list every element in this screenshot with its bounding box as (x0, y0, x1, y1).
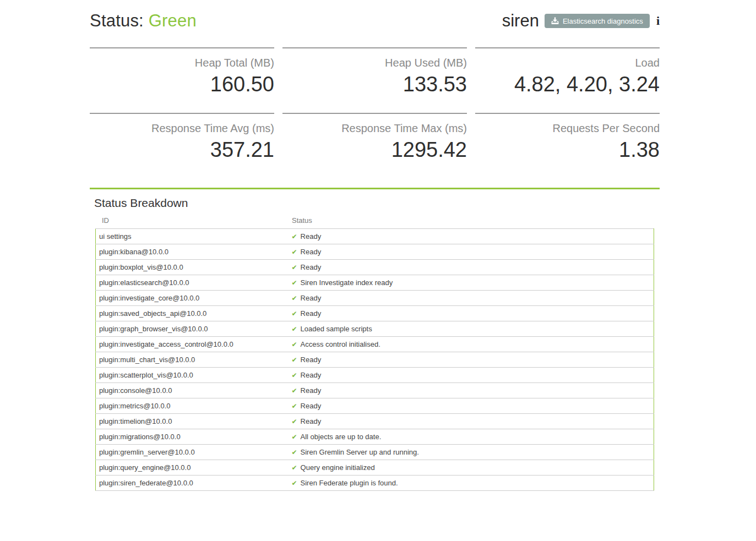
row-status-cell: ✔Access control initialised. (289, 337, 654, 352)
row-id: ui settings (96, 229, 289, 244)
check-icon: ✔ (292, 387, 297, 395)
row-id: plugin:siren_federate@10.0.0 (96, 476, 289, 491)
check-icon: ✔ (292, 418, 297, 425)
check-icon: ✔ (292, 264, 297, 271)
row-status-cell: ✔Ready (289, 414, 654, 429)
row-id: plugin:investigate_core@10.0.0 (96, 291, 289, 306)
table-row: plugin:query_engine@10.0.0✔Query engine … (96, 460, 654, 476)
status-table-wrap: ID Status ui settings✔Readyplugin:kibana… (95, 216, 654, 491)
row-status-text: Ready (301, 248, 322, 256)
table-column-headers: ID Status (95, 216, 654, 228)
row-status-text: Loaded sample scripts (301, 325, 372, 333)
row-status-cell: ✔Ready (289, 398, 654, 414)
row-status-text: Query engine initialized (301, 463, 375, 472)
row-status-cell: ✔Ready (289, 229, 654, 244)
status-label: Status: (90, 11, 144, 30)
check-icon: ✔ (292, 294, 297, 302)
table-row: plugin:investigate_core@10.0.0✔Ready (96, 291, 654, 306)
metric-card: Load4.82, 4.20, 3.24 (475, 47, 660, 113)
row-status-text: Access control initialised. (301, 340, 380, 348)
metric-value: 1295.42 (282, 136, 467, 163)
table-row: plugin:elasticsearch@10.0.0✔Siren Invest… (96, 275, 654, 291)
row-status-cell: ✔Siren Federate plugin is found. (289, 476, 654, 491)
row-status-cell: ✔Query engine initialized (289, 460, 654, 476)
table-row: plugin:multi_chart_vis@10.0.0✔Ready (96, 352, 654, 368)
table-row: plugin:siren_federate@10.0.0✔Siren Feder… (96, 476, 654, 491)
table-row: plugin:kibana@10.0.0✔Ready (96, 244, 654, 260)
metric-label: Heap Total (MB) (90, 55, 274, 70)
table-row: plugin:graph_browser_vis@10.0.0✔Loaded s… (96, 321, 654, 337)
info-icon[interactable]: i (656, 15, 660, 27)
row-id: plugin:metrics@10.0.0 (96, 398, 289, 414)
status-table-body: ui settings✔Readyplugin:kibana@10.0.0✔Re… (96, 229, 654, 491)
check-icon: ✔ (292, 279, 297, 287)
table-row: plugin:saved_objects_api@10.0.0✔Ready (96, 306, 654, 321)
metric-label: Load (475, 55, 660, 70)
column-header-id: ID (95, 216, 289, 225)
row-id: plugin:boxplot_vis@10.0.0 (96, 260, 289, 275)
table-row: plugin:scatterplot_vis@10.0.0✔Ready (96, 368, 654, 383)
elasticsearch-diagnostics-button[interactable]: Elasticsearch diagnostics (545, 14, 650, 28)
check-icon: ✔ (292, 371, 297, 379)
row-id: plugin:scatterplot_vis@10.0.0 (96, 368, 289, 383)
metric-value: 357.21 (90, 136, 274, 163)
status-table: ui settings✔Readyplugin:kibana@10.0.0✔Re… (95, 228, 654, 491)
row-status-cell: ✔Ready (289, 291, 654, 306)
metric-label: Heap Used (MB) (282, 55, 467, 70)
table-row: plugin:boxplot_vis@10.0.0✔Ready (96, 260, 654, 275)
status-breakdown-section: Status Breakdown ID Status ui settings✔R… (90, 188, 660, 491)
row-status-text: All objects are up to date. (301, 433, 382, 441)
metric-card: Response Time Max (ms)1295.42 (282, 113, 467, 178)
row-status-text: Ready (301, 263, 322, 271)
metric-value: 160.50 (90, 70, 274, 98)
row-id: plugin:migrations@10.0.0 (96, 429, 289, 445)
row-status-text: Ready (301, 356, 322, 364)
metric-card: Response Time Avg (ms)357.21 (90, 113, 274, 178)
row-id: plugin:elasticsearch@10.0.0 (96, 275, 289, 291)
table-row: plugin:timelion@10.0.0✔Ready (96, 414, 654, 429)
row-status-cell: ✔Ready (289, 260, 654, 275)
row-status-text: Ready (301, 386, 322, 395)
row-id: plugin:saved_objects_api@10.0.0 (96, 306, 289, 321)
metric-card: Heap Total (MB)160.50 (90, 47, 274, 113)
metric-label: Response Time Max (ms) (282, 121, 467, 136)
check-icon: ✔ (292, 356, 297, 364)
table-row: plugin:migrations@10.0.0✔All objects are… (96, 429, 654, 445)
brand-logo: siren (502, 11, 539, 31)
row-id: plugin:kibana@10.0.0 (96, 244, 289, 260)
breakdown-title: Status Breakdown (90, 196, 660, 210)
row-status-cell: ✔Siren Investigate index ready (289, 275, 654, 291)
row-id: plugin:gremlin_server@10.0.0 (96, 445, 289, 460)
status-page: Status: Green siren Elasticsearch diagno… (90, 0, 660, 491)
check-icon: ✔ (292, 464, 297, 472)
row-status-text: Ready (301, 294, 322, 302)
metric-card: Requests Per Second1.38 (475, 113, 660, 178)
row-id: plugin:query_engine@10.0.0 (96, 460, 289, 476)
check-icon: ✔ (292, 433, 297, 441)
row-id: plugin:multi_chart_vis@10.0.0 (96, 352, 289, 368)
check-icon: ✔ (292, 310, 297, 318)
row-id: plugin:graph_browser_vis@10.0.0 (96, 321, 289, 337)
page-title: Status: Green (90, 11, 197, 31)
row-status-text: Ready (301, 309, 322, 318)
row-status-text: Siren Gremlin Server up and running. (301, 448, 419, 456)
row-status-cell: ✔Ready (289, 244, 654, 260)
check-icon: ✔ (292, 402, 297, 410)
row-status-cell: ✔Loaded sample scripts (289, 321, 654, 337)
row-status-text: Siren Investigate index ready (301, 278, 393, 287)
column-header-status: Status (289, 216, 312, 225)
download-icon (551, 17, 559, 25)
metric-card: Heap Used (MB)133.53 (282, 47, 467, 113)
status-value: Green (149, 11, 197, 30)
row-status-cell: ✔Ready (289, 368, 654, 383)
metric-label: Response Time Avg (ms) (90, 121, 274, 136)
row-status-cell: ✔Ready (289, 306, 654, 321)
row-status-cell: ✔All objects are up to date. (289, 429, 654, 445)
row-status-cell: ✔Ready (289, 352, 654, 368)
row-id: plugin:investigate_access_control@10.0.0 (96, 337, 289, 352)
check-icon: ✔ (292, 248, 297, 256)
table-row: plugin:gremlin_server@10.0.0✔Siren Greml… (96, 445, 654, 460)
row-status-text: Ready (301, 232, 322, 241)
page-header: Status: Green siren Elasticsearch diagno… (90, 0, 660, 33)
table-row: plugin:console@10.0.0✔Ready (96, 383, 654, 398)
